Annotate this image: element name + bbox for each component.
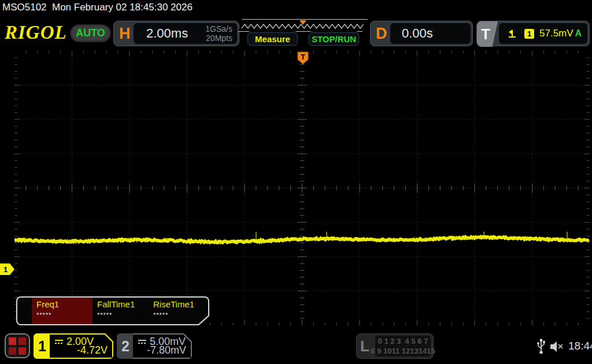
trigger-position-marker[interactable]: T — [297, 51, 309, 65]
channel2-body: 5.00mV -7.80mV — [133, 333, 192, 359]
trigger-level-value: 57.5mV — [539, 28, 574, 39]
memory-position-pointer-icon — [299, 20, 306, 25]
oscilloscope-screen: MSO5102 Mon February 02 18:45:30 2026 RI… — [0, 0, 592, 364]
measurement-panel-body: Freq1 ***** FallTime1 ***** RiseTime1 **… — [17, 298, 208, 324]
menu-square-icon — [9, 337, 16, 345]
channel1-body-inner: 2.00V -4.72V — [50, 335, 112, 358]
measure-button[interactable]: Measure — [247, 32, 298, 46]
clock: 18:44 — [568, 340, 592, 352]
menu-square-icon — [18, 337, 26, 345]
trigger-position-glyph: T — [301, 53, 305, 61]
measurement-item-risetime1[interactable]: RiseTime1 ***** — [149, 298, 206, 324]
channel2-body-inner: 5.00mV -7.80mV — [133, 335, 191, 358]
trigger-tab: T — [477, 21, 498, 47]
channel1-number-tab: 1 — [34, 333, 51, 359]
horizontal-values: 2.00ms 1GSa/s20Mpts — [134, 23, 237, 44]
measurement-item-freq1[interactable]: Freq1 ***** — [32, 298, 92, 324]
delay-values: 0.00s — [390, 23, 471, 44]
measurement-value: ***** — [153, 311, 206, 318]
menu-square-icon — [18, 347, 26, 355]
channel2-number-tab: 2 — [117, 333, 134, 359]
logic-row1: 0 1 2 3 4 5 6 7 — [378, 336, 428, 346]
model-and-datetime: MSO5102 Mon February 02 18:45:30 2026 — [2, 2, 193, 13]
measurement-value: ***** — [97, 311, 149, 318]
acquisition-mode-badge: AUTO — [70, 24, 111, 42]
stop-run-button[interactable]: STOP/RUN — [309, 32, 359, 46]
measurement-panel: Freq1 ***** FallTime1 ***** RiseTime1 **… — [16, 296, 209, 325]
channel2-offset: -7.80mV — [147, 344, 186, 356]
logic-label: L — [360, 334, 369, 358]
trigger-label: T — [481, 25, 490, 43]
main-menu-button[interactable] — [5, 333, 30, 358]
horizontal-label: H — [119, 25, 131, 43]
channel1-status-block[interactable]: 1 2.00V -4.72V — [34, 333, 113, 359]
sample-rate-memdepth: 1GSa/s20Mpts — [205, 24, 232, 43]
trigger-source-badge: 1 — [524, 29, 534, 39]
channel1-body: 2.00V -4.72V — [50, 333, 113, 359]
logic-row2: 8 9 1011 12131415 — [371, 346, 435, 356]
mute-speaker-icon — [549, 341, 564, 352]
logic-channel-list: 0 1 2 3 4 5 6 7 8 9 1011 12131415 — [375, 336, 431, 356]
menu-grid-icon — [9, 337, 26, 355]
measurement-item-falltime1[interactable]: FallTime1 ***** — [92, 298, 149, 324]
dc-coupling-icon — [138, 339, 147, 345]
timebase-value: 2.00ms — [146, 26, 188, 41]
measurement-label: RiseTime1 — [153, 299, 206, 309]
horizontal-settings-block[interactable]: H 2.00ms 1GSa/s20Mpts — [113, 21, 239, 46]
rigol-logo: RIGOL — [5, 22, 67, 43]
trigger-settings-block[interactable]: T 1 57.5mV A — [476, 21, 590, 46]
measurement-label: FallTime1 — [97, 299, 149, 309]
measurement-spacer — [17, 298, 32, 324]
graticule-and-trace — [14, 51, 590, 325]
trigger-sweep-mode: A — [575, 28, 582, 39]
menu-square-icon — [9, 347, 16, 355]
measurement-value: ***** — [36, 311, 92, 318]
logic-channels-block[interactable]: L 0 1 2 3 4 5 6 7 8 9 1011 12131415 — [356, 333, 434, 359]
dc-coupling-icon — [54, 339, 64, 345]
channel1-offset: -4.72V — [77, 344, 108, 356]
channel1-level-marker[interactable]: 1 — [0, 263, 14, 275]
measurement-label: Freq1 — [36, 299, 92, 309]
sample-rate: 1GSa/s — [205, 24, 232, 34]
delay-value: 0.00s — [402, 26, 433, 41]
channel2-status-block[interactable]: 2 5.00mV -7.80mV — [117, 333, 192, 359]
usb-icon — [536, 338, 546, 355]
memory-depth: 20Mpts — [206, 34, 232, 43]
delay-label: D — [376, 25, 387, 43]
trigger-values: 1 57.5mV A — [499, 23, 587, 44]
edge-trigger-icon — [507, 28, 517, 39]
delay-settings-block[interactable]: D 0.00s — [370, 21, 473, 46]
